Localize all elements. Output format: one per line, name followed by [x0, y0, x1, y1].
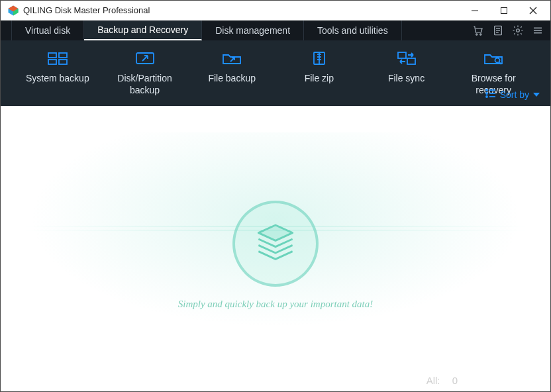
disk-arrow-icon: [134, 50, 156, 67]
tool-label: File sync: [363, 72, 450, 84]
all-label: All:: [426, 375, 440, 386]
item-count: All: 0: [426, 375, 458, 386]
sort-by-label: Sort by: [500, 89, 529, 100]
empty-state-tagline: Simply and quickly back up your importan…: [178, 299, 374, 310]
main-content: Simply and quickly back up your importan…: [1, 106, 550, 391]
sort-by-dropdown[interactable]: Sort by: [485, 89, 540, 100]
menu-icon[interactable]: [532, 24, 544, 36]
tool-label: File backup: [188, 72, 276, 84]
grid-icon: [47, 50, 68, 67]
svg-point-29: [495, 58, 500, 63]
window-title: QILING Disk Master Professional: [23, 5, 150, 15]
titlebar: QILING Disk Master Professional: [1, 1, 550, 21]
tab-label: Tools and utilities: [317, 25, 388, 36]
tab-backup-recovery[interactable]: Backup and Recovery: [84, 21, 202, 40]
empty-state: Simply and quickly back up your importan…: [21, 132, 530, 378]
cart-icon[interactable]: [472, 24, 484, 36]
gear-icon[interactable]: [512, 24, 524, 36]
svg-rect-17: [48, 53, 56, 58]
chevron-down-icon: [533, 93, 540, 97]
svg-point-8: [480, 34, 481, 35]
system-backup-button[interactable]: System backup: [14, 50, 101, 84]
svg-rect-4: [501, 7, 507, 13]
svg-point-7: [476, 34, 477, 35]
disk-partition-backup-button[interactable]: Disk/Partition backup: [101, 50, 189, 96]
zip-icon: [309, 50, 330, 67]
all-count: 0: [452, 375, 458, 386]
list-icon: [485, 89, 496, 100]
maximize-button[interactable]: [489, 1, 519, 21]
svg-point-31: [486, 89, 487, 91]
tool-label: File zip: [276, 72, 363, 84]
tab-disk-management[interactable]: Disk management: [202, 21, 304, 40]
svg-rect-19: [48, 60, 56, 64]
close-button[interactable]: [519, 1, 548, 21]
tab-virtual-disk[interactable]: Virtual disk: [11, 21, 84, 40]
svg-point-13: [517, 29, 520, 32]
svg-rect-28: [407, 58, 415, 64]
tab-label: Disk management: [215, 25, 290, 36]
svg-point-35: [486, 96, 487, 97]
log-icon[interactable]: [492, 24, 504, 36]
file-zip-button[interactable]: File zip: [276, 50, 363, 84]
tool-label: Disk/Partition backup: [101, 72, 189, 96]
svg-rect-18: [59, 53, 67, 58]
folder-search-icon: [483, 50, 504, 67]
folder-arrow-icon: [221, 50, 242, 67]
tab-label: Virtual disk: [25, 25, 70, 36]
stack-icon: [232, 201, 319, 287]
tool-label: System backup: [14, 72, 101, 84]
tab-tools-utilities[interactable]: Tools and utilities: [304, 21, 402, 40]
svg-rect-27: [398, 52, 406, 58]
tabbar: Virtual disk Backup and Recovery Disk ma…: [1, 21, 550, 40]
file-backup-button[interactable]: File backup: [188, 50, 276, 84]
minimize-button[interactable]: [460, 1, 489, 21]
app-logo-icon: [7, 5, 19, 17]
tab-label: Backup and Recovery: [97, 24, 188, 35]
svg-point-33: [486, 93, 487, 94]
file-sync-button[interactable]: File sync: [363, 50, 450, 84]
svg-rect-20: [59, 60, 67, 64]
toolbar: System backup Disk/Partition backup File…: [1, 40, 550, 107]
sync-icon: [396, 50, 417, 67]
